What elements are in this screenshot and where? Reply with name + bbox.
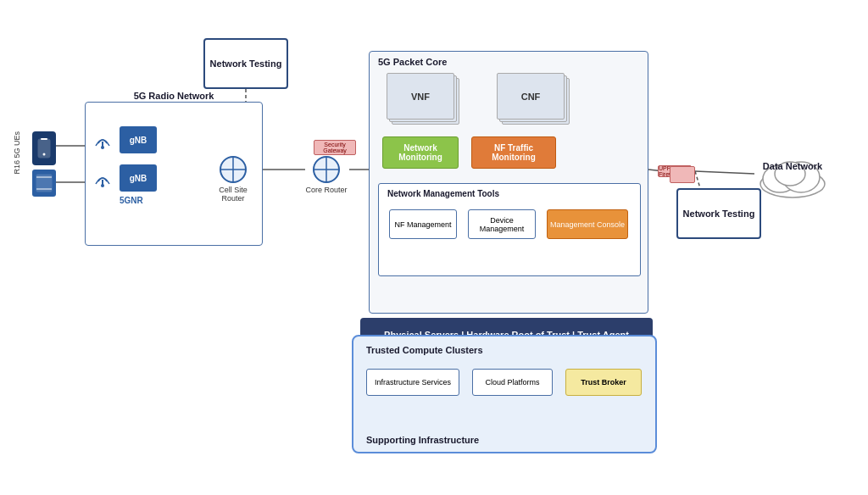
data-network-label: Data Network: [763, 161, 822, 171]
nf-management-box: NF Management: [389, 209, 457, 239]
nf-management-label: NF Management: [394, 220, 451, 229]
trusted-compute-label: Trusted Compute Clusters: [366, 345, 483, 355]
network-mgmt-tools-label: Network Management Tools: [387, 189, 499, 198]
ue-device-2: [32, 170, 56, 197]
cloud-platforms-box: Cloud Platforms: [472, 369, 553, 396]
data-network-cloud: Data Network: [754, 148, 831, 199]
core-router-label: Core Router: [305, 186, 348, 194]
svg-point-20: [101, 184, 104, 187]
trust-broker-label: Trust Broker: [581, 378, 626, 387]
security-gateway: Security Gateway: [314, 140, 356, 155]
svg-point-19: [101, 146, 104, 149]
antenna-icon-2: [90, 166, 115, 192]
security-gateway-label: Security Gateway: [314, 142, 355, 153]
svg-rect-15: [41, 138, 47, 140]
5gnr-label: 5GNR: [120, 196, 143, 205]
gnb-1: gNB: [120, 126, 157, 153]
network-testing-right: Network Testing: [676, 188, 761, 239]
management-console-box: Management Console: [547, 209, 628, 239]
radio-network-label: 5G Radio Network: [134, 91, 214, 101]
management-console-label: Management Console: [550, 220, 625, 229]
gnb-2: gNB: [120, 164, 157, 192]
supporting-infra-box: Trusted Compute Clusters Infrastructure …: [352, 335, 657, 453]
ue-device-1: [32, 131, 56, 165]
cell-site-router-label: Cell Site Router: [209, 186, 258, 203]
network-testing-top-label: Network Testing: [210, 58, 282, 69]
network-monitoring-box: Network Monitoring: [382, 136, 459, 169]
packet-core-box: 5G Packet Core VNF CNF Network Monitorin…: [369, 51, 648, 314]
svg-point-14: [43, 153, 46, 156]
cell-site-router: Cell Site Router: [219, 155, 248, 184]
cloud-platforms-label: Cloud Platforms: [485, 378, 539, 387]
svg-line-11: [695, 171, 754, 174]
device-management-box: Device Management: [468, 209, 536, 239]
network-mgmt-tools-box: Network Management Tools NF Management D…: [378, 183, 641, 276]
diagram: R16 5G UEs 5G Radio Network: [0, 0, 868, 495]
vnf-label: VNF: [411, 92, 430, 102]
packet-core-label: 5G Packet Core: [378, 57, 447, 67]
network-testing-right-label: Network Testing: [683, 209, 755, 219]
upf-firewall-icon: [670, 166, 695, 183]
core-router: Core Router: [312, 155, 341, 184]
infra-services-label: Infrastructure Services: [375, 378, 451, 387]
nf-traffic-monitoring-box: NF Traffic Monitoring: [471, 136, 556, 169]
supporting-infra-label: Supporting Infrastructure: [366, 435, 479, 445]
network-testing-top: Network Testing: [203, 38, 288, 89]
antenna-icon-1: [90, 128, 115, 153]
ues-label: R16 5G UEs: [13, 131, 21, 175]
trust-broker-box: Trust Broker: [565, 369, 642, 396]
cnf-label: CNF: [521, 92, 541, 102]
infra-services-box: Infrastructure Services: [366, 369, 459, 396]
device-management-label: Device Management: [469, 216, 535, 233]
